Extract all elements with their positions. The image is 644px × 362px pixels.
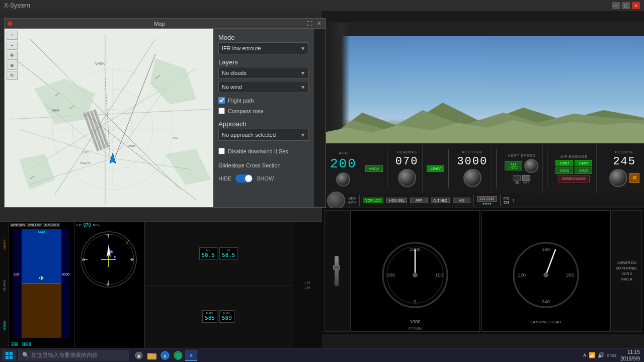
pan-button[interactable]: ✥ bbox=[7, 51, 18, 60]
right-small-section: 1.69 1.69 bbox=[292, 222, 322, 348]
altitude-value-pfd: 3000 bbox=[61, 273, 69, 276]
map-x-button[interactable]: ✕ bbox=[315, 20, 323, 27]
sep2 bbox=[448, 149, 449, 188]
flight-path-checkbox[interactable] bbox=[218, 97, 225, 104]
lvl-chg-button[interactable]: LVL CHG bbox=[477, 196, 497, 202]
hide-label: HIDE bbox=[218, 175, 231, 182]
course-value: 245 bbox=[613, 155, 636, 168]
pfd-spd-bottom: 200 bbox=[11, 342, 18, 347]
ach-knob[interactable] bbox=[336, 172, 350, 187]
cmd-button-1[interactable]: CMD bbox=[555, 160, 573, 166]
nd-compass-svg: N E S W bbox=[78, 229, 139, 290]
disengage-button[interactable]: DISENGAGE bbox=[558, 175, 590, 183]
svg-rect-74 bbox=[10, 352, 13, 355]
ach-section: ACH 200 bbox=[326, 144, 361, 193]
cmd-button-2[interactable]: CMD bbox=[575, 160, 592, 166]
mode-buttons-row: SPD INTV VOR LOC HDG SEL APP ALT HLD V/S… bbox=[322, 193, 644, 208]
vert-speed-label: VERT SPEED bbox=[508, 153, 535, 158]
maximize-button[interactable]: □ bbox=[622, 2, 630, 9]
ap-engage-section: A/P ENGAGE CMD CWS CMD CWS DISENGAGE bbox=[551, 144, 597, 193]
alt-hld-button[interactable]: ALT HLD bbox=[431, 198, 450, 203]
svg-point-62 bbox=[413, 273, 418, 278]
start-button[interactable] bbox=[2, 350, 16, 361]
volume-icon[interactable]: 🔊 bbox=[598, 352, 605, 358]
edge-app[interactable]: 🌐 bbox=[172, 350, 184, 361]
disable-downwind-checkbox[interactable] bbox=[218, 148, 225, 154]
throttle-lever[interactable] bbox=[335, 256, 339, 286]
tray-expand[interactable]: ∧ bbox=[583, 352, 587, 358]
vor-loc-button[interactable]: VOR LOC bbox=[363, 198, 384, 203]
mcp-spd-label: MCP SPD bbox=[10, 223, 26, 227]
spd-knob[interactable] bbox=[327, 192, 345, 210]
cortana-app[interactable]: ◉ bbox=[133, 350, 145, 361]
approach-dropdown[interactable]: No approach selected ▼ bbox=[218, 129, 309, 141]
altitude-knob[interactable] bbox=[463, 169, 481, 187]
course-section: COURSE 245 ✕ bbox=[605, 144, 643, 193]
map-expand-button[interactable]: ⛶ bbox=[306, 20, 313, 27]
zoom-in-button[interactable]: + bbox=[7, 31, 18, 40]
mode-dropdown[interactable]: IFR low enroute ▼ bbox=[218, 42, 309, 54]
rotate-button[interactable]: ↻ bbox=[7, 71, 18, 80]
alt-intv-button[interactable]: ALTINTV bbox=[505, 161, 522, 170]
vs-knob[interactable] bbox=[524, 159, 538, 173]
flight-path-label: Flight path bbox=[228, 98, 254, 104]
vs-button[interactable]: V/S bbox=[453, 198, 470, 203]
compass-rose-checkbox[interactable] bbox=[218, 108, 225, 114]
map-toolbar: + − ✥ ⊕ ↻ bbox=[7, 31, 18, 80]
on-off-toggle: ON OFF bbox=[513, 175, 530, 184]
show-label: SHOW bbox=[257, 175, 274, 182]
throttle-handle[interactable] bbox=[333, 265, 340, 270]
browser-app[interactable]: e bbox=[159, 350, 171, 361]
sep5 bbox=[601, 149, 601, 188]
course-knob[interactable] bbox=[609, 169, 627, 187]
lvl-chg-status: ●●●●● bbox=[482, 202, 492, 205]
heading-knob[interactable] bbox=[398, 169, 416, 187]
altitude-label: ALTITUDE bbox=[462, 150, 483, 154]
xsystem-app[interactable]: X bbox=[185, 350, 197, 361]
hdg-sel-button[interactable]: HDG SEL bbox=[386, 198, 407, 203]
large-gauge-2: 160 200 240 120 LANDING GEAR bbox=[481, 210, 611, 332]
date-display: 2019/9/9 bbox=[620, 355, 640, 362]
clouds-dropdown[interactable]: No clouds ▼ bbox=[218, 67, 309, 79]
toggle-knob bbox=[245, 175, 252, 182]
fd-on-label: ON bbox=[504, 201, 509, 204]
wind-dropdown[interactable]: No wind ▼ bbox=[218, 81, 309, 93]
fuel-display: FUEL 585 bbox=[202, 310, 217, 323]
vs-buttons: ALTINTV bbox=[505, 159, 538, 173]
heading-label: HEADING bbox=[397, 150, 417, 154]
network-icon[interactable]: 📶 bbox=[589, 352, 596, 358]
svg-point-51 bbox=[114, 256, 116, 258]
close-button[interactable]: ✕ bbox=[632, 2, 640, 9]
map-view[interactable]: VHSK NHK LGC TAMOT CHI D0005 bbox=[5, 29, 213, 207]
search-bar[interactable]: 🔍 在这里输入你要搜索的内容 bbox=[18, 350, 129, 361]
svg-text:e: e bbox=[164, 353, 166, 358]
map-window-titlebar: Map ⛶ ✕ bbox=[5, 19, 326, 29]
map-close-dot[interactable] bbox=[8, 21, 13, 26]
glideslope-toggle[interactable] bbox=[235, 174, 253, 183]
norm-label: NORM bbox=[3, 321, 6, 330]
nd-mag-label: MAG bbox=[93, 223, 100, 228]
file-explorer-app[interactable] bbox=[146, 350, 158, 361]
off-button[interactable] bbox=[522, 175, 530, 181]
zoom-out-button[interactable]: − bbox=[7, 41, 18, 50]
orange-x-button[interactable]: ✕ bbox=[629, 173, 639, 183]
system-time[interactable]: 11:15 2019/9/9 bbox=[620, 349, 640, 362]
center-button[interactable]: ⊕ bbox=[7, 61, 18, 70]
app-button[interactable]: APP bbox=[410, 198, 428, 203]
vnav-button[interactable]: VNAV bbox=[365, 165, 383, 172]
pfd-alt-bottom: 3000 bbox=[21, 342, 31, 347]
right-displays: LOWER DU MAIN PANEL VOR 2 FMC R bbox=[612, 210, 642, 332]
svg-text:LGC: LGC bbox=[83, 151, 89, 154]
minimize-button[interactable]: ─ bbox=[612, 2, 620, 9]
on-button[interactable] bbox=[513, 175, 521, 181]
cws-button-1[interactable]: CWS bbox=[555, 167, 573, 174]
alt-hold-label: ALT HOLD bbox=[43, 223, 60, 227]
svg-text:200: 200 bbox=[387, 272, 395, 278]
fuel-display-row: FUEL 585 FUEL 589 bbox=[145, 286, 292, 348]
sep3 bbox=[496, 149, 497, 188]
lnav-button[interactable]: LNAV bbox=[427, 165, 444, 172]
fd-label: F/D bbox=[504, 197, 509, 200]
nd-trk-label: TRK bbox=[75, 223, 82, 228]
cws-button-2[interactable]: CWS bbox=[575, 167, 592, 174]
cmd-group: CMD CWS bbox=[555, 160, 573, 174]
